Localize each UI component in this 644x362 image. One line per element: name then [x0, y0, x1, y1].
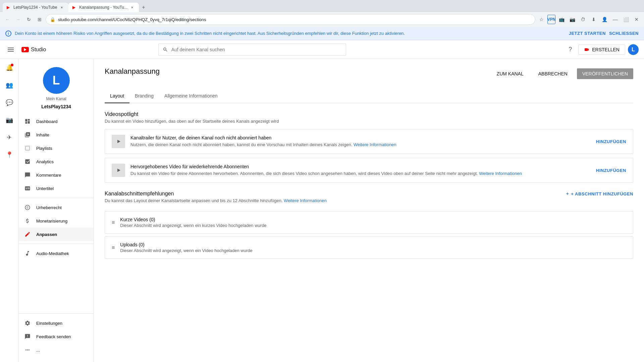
trailer-more-link[interactable]: Weitere Informationen [354, 142, 396, 147]
yt-studio-logo[interactable]: Studio [21, 47, 46, 53]
extension-button[interactable]: VPN [547, 15, 555, 24]
kommentare-label: Kommentare [36, 173, 88, 178]
sidebar-item-anpassen[interactable]: Anpassen [19, 228, 94, 241]
sidebar-item-inhalte[interactable]: Inhalte [19, 128, 94, 141]
sidebar-item-more[interactable]: ... [19, 343, 94, 357]
audio-mediathek-label: Audio-Mediathek [36, 251, 88, 256]
tab2-title: Kanalanpassung - YouTu... [79, 5, 127, 10]
back-button[interactable]: ← [3, 15, 12, 24]
address-bar[interactable]: 🔒 studio.youtube.com/channel/UCocN6zQPHQ… [46, 14, 535, 25]
abbrechen-button[interactable]: ABBRECHEN [533, 68, 573, 79]
videospotlight-section: Videospotlight Du kannst ein Video hinzu… [105, 111, 633, 183]
kurze-videos-drag-handle[interactable]: ≡ [112, 220, 115, 226]
send-icon-btn[interactable]: ✈ [3, 131, 15, 143]
left-icon-strip: 🔔 👥 💬 📷 ✈ 📍 [0, 59, 19, 362]
sidebar-item-feedback[interactable]: Feedback senden [19, 330, 94, 343]
hervorgehoben-card-desc: Du kannst ein Video für deine Abonnenten… [130, 171, 591, 177]
trailer-card-desc: Nutzern, die deinen Kanal noch nicht abo… [130, 142, 591, 148]
create-icon [584, 47, 589, 52]
add-section-label: + ABSCHNITT HINZUFÜGEN [571, 191, 633, 196]
trailer-hinzufuegen-button[interactable]: HINZUFÜGEN [596, 139, 626, 144]
sidebar-item-playlists[interactable]: Playlists [19, 141, 94, 155]
sidebar-item-einstellungen[interactable]: Einstellungen [19, 316, 94, 330]
sidebar-item-monetarisierung[interactable]: Monetarisierung [19, 214, 94, 228]
sidebar-item-dashboard[interactable]: Dashboard [19, 115, 94, 128]
user-avatar[interactable]: L [628, 44, 639, 55]
sidebar-item-analytics[interactable]: Analytics [19, 155, 94, 168]
hervorgehoben-card-row: Hervorgehobenes Video für wiederkehrende… [105, 158, 633, 182]
sidebar-item-untertitel[interactable]: Untertitel [19, 182, 94, 195]
notifications-icon-btn[interactable]: 🔔 [3, 62, 15, 74]
header-right: ? ERSTELLEN L [565, 44, 639, 55]
location-icon-btn[interactable]: 📍 [3, 149, 15, 161]
community-icon-btn[interactable]: 👥 [3, 79, 15, 91]
hervorgehoben-more-link[interactable]: Weitere Informationen [479, 171, 522, 176]
channel-label: Mein Kanal [46, 97, 66, 101]
whatsapp-icon-btn[interactable]: 💬 [3, 97, 15, 109]
minimize-button[interactable]: — [610, 15, 620, 24]
kanalabschnitt-more-link[interactable]: Weitere Informationen [284, 198, 327, 203]
trailer-desc-text: Nutzern, die deinen Kanal noch nicht abo… [130, 142, 352, 147]
hervorgehoben-card-title: Hervorgehobenes Video für wiederkehrende… [130, 164, 591, 169]
videospotlight-desc: Du kannst ein Video hinzufügen, das oben… [105, 119, 633, 124]
kanalabschnitt-section: Kanalabschnittempfehlungen Du kannst das… [105, 191, 633, 259]
bookmark-button[interactable]: ☆ [537, 15, 546, 24]
sidebar-bottom: Einstellungen Feedback senden ... [19, 311, 94, 362]
veroeffentlichen-button[interactable]: VERÖFFENTLICHEN [577, 68, 633, 79]
videospotlight-title: Videospotlight [105, 111, 633, 117]
uploads-drag-handle[interactable]: ≡ [112, 245, 115, 251]
urheberrecht-label: Urheberrecht [36, 205, 88, 210]
svg-rect-0 [8, 48, 14, 48]
history-button[interactable]: ⏱ [578, 15, 588, 24]
sidebar-item-kommentare[interactable]: Kommentare [19, 168, 94, 182]
sidebar-item-urheberrecht[interactable]: Urheberrecht [19, 201, 94, 214]
content-area: L Mein Kanal LetsPlay1234 Dashboard Inha… [19, 59, 644, 362]
search-input[interactable] [171, 47, 342, 52]
hamburger-menu[interactable] [5, 44, 16, 55]
create-button[interactable]: ERSTELLEN [578, 45, 625, 55]
home-button[interactable]: ⊞ [35, 15, 44, 24]
tab-2[interactable]: ▶ Kanalanpassung - YouTu... × [68, 3, 139, 12]
tab1-close[interactable]: × [59, 5, 64, 10]
download-button[interactable]: ⬇ [589, 15, 598, 24]
screenshot-button[interactable]: 📷 [568, 15, 577, 24]
help-button[interactable]: ? [565, 44, 576, 55]
add-section-button[interactable]: ＋ + ABSCHNITT HINZUFÜGEN [565, 191, 633, 197]
tab-1[interactable]: ▶ LetsPlay1234 - YouTube × [3, 3, 68, 12]
lock-icon: 🔒 [50, 17, 55, 22]
untertitel-icon [24, 185, 31, 191]
restore-button[interactable]: ⬜ [621, 15, 631, 24]
tab1-favicon: ▶ [7, 5, 11, 10]
channel-avatar: L [43, 67, 70, 94]
hervorgehoben-hinzufuegen-button[interactable]: HINZUFÜGEN [596, 168, 626, 173]
forward-button[interactable]: → [13, 15, 23, 24]
anpassen-icon [24, 231, 31, 237]
sidebar-item-audio-mediathek[interactable]: Audio-Mediathek [19, 247, 94, 260]
tab-allgemeine[interactable]: Allgemeine Informationen [159, 89, 223, 103]
cast-button[interactable]: 📺 [557, 15, 566, 24]
tab-layout[interactable]: Layout [105, 89, 129, 103]
hervorgehoben-desc-text: Du kannst ein Video für deine Abonnenten… [130, 171, 478, 176]
trailer-card-content: Kanaltrailer für Nutzer, die deinen Kana… [130, 135, 591, 148]
tab-branding[interactable]: Branding [129, 89, 159, 103]
security-banner-text: Dein Konto ist einem höheren Risiko von … [15, 31, 566, 36]
new-tab-button[interactable]: + [139, 3, 148, 12]
instagram-icon-btn[interactable]: 📷 [3, 114, 15, 126]
close-button[interactable]: ✕ [632, 15, 641, 24]
playlists-icon [24, 145, 31, 151]
kurze-videos-desc: Dieser Abschnitt wird angezeigt, wenn ei… [120, 223, 626, 228]
trailer-card-row: Kanaltrailer für Nutzer, die deinen Kana… [105, 129, 633, 154]
kurze-videos-row: ≡ Kurze Videos (0) Dieser Abschnitt wird… [105, 212, 633, 233]
security-close-button[interactable]: SCHLIESSEN [609, 31, 639, 36]
inhalte-icon [24, 132, 31, 138]
channel-info[interactable]: L Mein Kanal LetsPlay1234 [19, 62, 94, 115]
security-start-button[interactable]: JETZT STARTEN [569, 31, 606, 36]
channel-name: LetsPlay1234 [41, 104, 71, 109]
reload-button[interactable]: ↻ [24, 15, 34, 24]
profile-button[interactable]: 👤 [600, 15, 609, 24]
dashboard-icon [24, 118, 31, 124]
tab2-close[interactable]: × [129, 5, 135, 10]
kommentare-icon [24, 172, 31, 178]
zum-kanal-button[interactable]: ZUM KANAL [491, 68, 529, 79]
trailer-card: Kanaltrailer für Nutzer, die deinen Kana… [105, 129, 633, 154]
